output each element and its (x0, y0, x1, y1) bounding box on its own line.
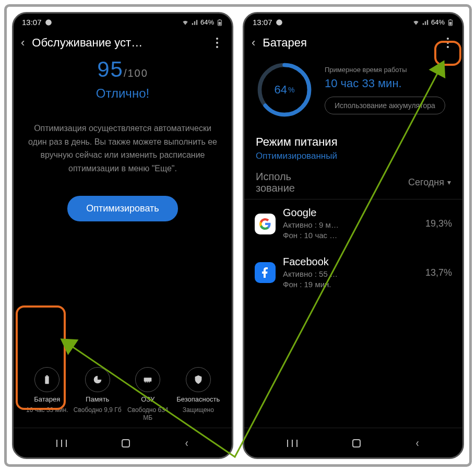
optimize-button[interactable]: Оптимизировать (67, 196, 177, 221)
more-icon (210, 38, 224, 48)
wifi-icon (412, 19, 420, 26)
nav-back-button[interactable]: ‹ (185, 437, 188, 450)
tile-storage[interactable]: Память Свободно 9,9 Гб (73, 367, 123, 422)
tile-ram[interactable]: ОЗУ Свободно 634 МБ (123, 367, 173, 422)
app-usage-list: Google Активно : 9 м… Фон : 10 час … 19,… (244, 199, 462, 297)
svg-rect-8 (147, 381, 148, 382)
title-bar: ‹ Обслуживание уст… (14, 29, 232, 55)
tile-security-sub: Защищено (183, 406, 214, 415)
page-title: Обслуживание уст… (32, 36, 203, 50)
svg-rect-6 (144, 378, 152, 381)
app-name: Facebook (283, 256, 418, 268)
shield-tile-icon (186, 367, 211, 392)
nav-home-button[interactable] (352, 439, 361, 448)
phone-device-care: 13:07 64% ‹ Обслуживание уст… 95/100 Отл… (12, 12, 233, 459)
svg-point-0 (45, 19, 52, 26)
app-active: Активно : 55 … (283, 269, 338, 278)
battery-tile-icon (34, 367, 59, 392)
svg-rect-5 (46, 375, 48, 376)
tile-ram-sub: Свободно 634 МБ (123, 406, 173, 422)
page-title: Батарея (263, 36, 433, 50)
svg-rect-13 (449, 21, 452, 25)
estimate-label: Примерное время работы (325, 66, 452, 74)
tile-battery-label: Батарея (34, 395, 60, 403)
estimate-time: 10 час 33 мин. (325, 77, 452, 90)
wifi-icon (182, 19, 189, 26)
status-time: 13:07 (253, 18, 272, 27)
app-row-google[interactable]: Google Активно : 9 м… Фон : 10 час … 19,… (244, 199, 462, 249)
app-active: Активно : 9 м… (283, 220, 339, 229)
app-percent: 13,7% (425, 267, 452, 278)
battery-percent-symbol: % (288, 86, 294, 94)
messenger-icon (276, 19, 283, 26)
score-display: 95/100 (97, 57, 148, 82)
battery-content: 64% Примерное время работы 10 час 33 мин… (244, 55, 462, 428)
status-word: Отлично! (96, 86, 149, 101)
more-menu-button[interactable] (441, 38, 455, 48)
usage-label: Исполь зование (256, 171, 295, 194)
tile-ram-label: ОЗУ (141, 395, 154, 403)
battery-percent-value: 64 (275, 83, 287, 97)
status-battery-text: 64% (200, 18, 214, 26)
category-tiles: Батарея 10 час 33 мин. Память Свободно 9… (20, 367, 225, 422)
usage-period-value: Сегодня (408, 177, 444, 188)
app-row-facebook[interactable]: Facebook Активно : 55 … Фон : 19 мин. 13… (244, 249, 462, 298)
back-icon[interactable]: ‹ (21, 36, 25, 50)
tile-security-label: Безопасность (176, 395, 220, 403)
ram-tile-icon (135, 367, 160, 392)
battery-usage-button[interactable]: Использование аккумулятора (325, 97, 445, 114)
tile-storage-label: Память (86, 395, 109, 403)
google-app-icon (255, 214, 276, 234)
more-menu-button[interactable] (210, 38, 224, 48)
svg-rect-3 (219, 21, 221, 25)
app-name: Google (283, 207, 418, 219)
screenshot-pair-frame: 13:07 64% ‹ Обслуживание уст… 95/100 Отл… (4, 4, 472, 467)
svg-rect-9 (149, 381, 150, 382)
status-bar: 13:07 64% (244, 14, 462, 29)
power-mode-value: Оптимизированный (256, 151, 451, 161)
app-bg: Фон : 19 мин. (283, 280, 331, 289)
nav-recent-button[interactable] (56, 440, 67, 447)
phone-battery: 13:07 64% ‹ Батарея (243, 12, 464, 459)
chevron-down-icon: ▾ (447, 178, 451, 186)
back-icon[interactable]: ‹ (252, 36, 255, 50)
tile-storage-sub: Свободно 9,9 Гб (74, 406, 122, 415)
signal-icon (422, 19, 429, 26)
usage-period-row[interactable]: Исполь зование Сегодня ▾ (244, 162, 462, 199)
title-bar: ‹ Батарея (244, 29, 462, 55)
facebook-app-icon (255, 262, 276, 283)
usage-period-selector[interactable]: Сегодня ▾ (408, 177, 451, 188)
svg-rect-7 (145, 381, 146, 382)
more-icon (441, 38, 455, 48)
storage-tile-icon (85, 367, 110, 392)
signal-icon (191, 19, 198, 26)
power-mode-section[interactable]: Режим питания Оптимизированный (244, 128, 462, 162)
status-battery-text: 64% (431, 18, 445, 26)
score-denominator: /100 (124, 67, 148, 79)
battery-ring: 64% (255, 60, 314, 120)
battery-summary: 64% Примерное время работы 10 час 33 мин… (244, 55, 462, 128)
svg-point-10 (276, 19, 282, 26)
nav-back-button[interactable]: ‹ (416, 437, 419, 450)
svg-rect-12 (450, 19, 451, 20)
tile-security[interactable]: Безопасность Защищено (173, 367, 224, 422)
svg-rect-2 (219, 19, 220, 20)
nav-recent-button[interactable] (287, 440, 298, 447)
status-bar: 13:07 64% (14, 14, 232, 29)
optimization-description: Оптимизация осуществляется автоматически… (20, 122, 225, 175)
nav-home-button[interactable] (122, 439, 130, 448)
power-mode-header: Режим питания (256, 135, 451, 149)
app-bg: Фон : 10 час … (283, 231, 337, 240)
tile-battery[interactable]: Батарея 10 час 33 мин. (22, 367, 73, 422)
status-time: 13:07 (22, 18, 42, 27)
score-value: 95 (97, 57, 124, 81)
battery-icon (216, 19, 223, 26)
nav-bar: ‹ (244, 428, 462, 457)
messenger-icon (45, 19, 52, 26)
nav-bar: ‹ (14, 428, 232, 457)
app-percent: 19,3% (425, 218, 452, 229)
battery-icon (447, 19, 454, 26)
svg-rect-4 (45, 376, 49, 384)
tile-battery-sub: 10 час 33 мин. (26, 406, 68, 415)
device-care-content: 95/100 Отлично! Оптимизация осуществляет… (14, 55, 232, 428)
